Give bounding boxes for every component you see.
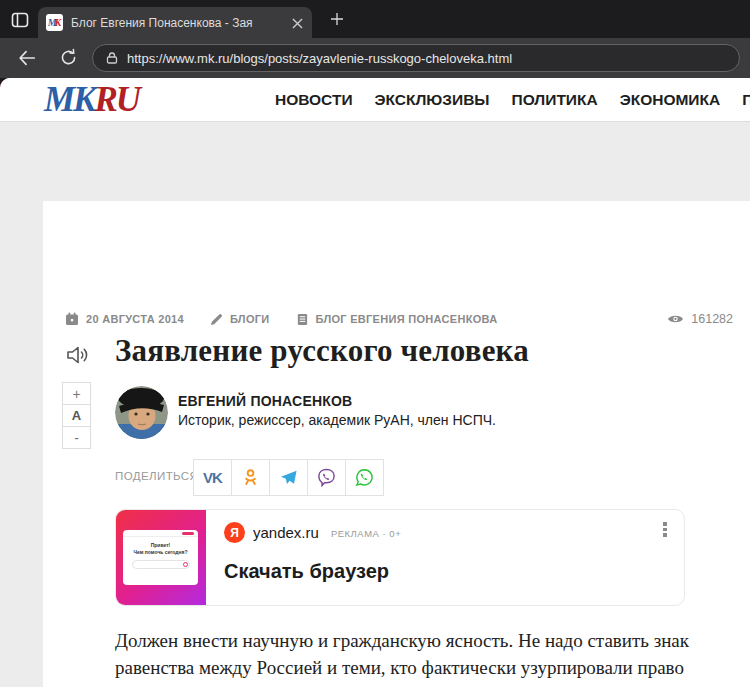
ad-title[interactable]: Скачать браузер bbox=[224, 560, 670, 583]
browser-toolbar: https://www.mk.ru/blogs/posts/zayavlenie… bbox=[0, 38, 750, 78]
tab-actions-icon[interactable] bbox=[10, 10, 30, 30]
mk-favicon-icon: МК bbox=[46, 14, 63, 31]
blog-link[interactable]: БЛОГ ЕВГЕНИЯ ПОНАСЕНКОВА bbox=[316, 313, 498, 325]
font-size-controls: + A - bbox=[62, 383, 91, 449]
address-bar[interactable]: https://www.mk.ru/blogs/posts/zayavlenie… bbox=[92, 44, 740, 72]
article-date: 20 АВГУСТА 2014 bbox=[86, 313, 184, 325]
speaker-icon[interactable] bbox=[65, 343, 91, 369]
eye-icon bbox=[667, 313, 684, 325]
vk-icon: VK bbox=[203, 469, 222, 486]
nav-item-exclusives[interactable]: ЭКСКЛЮЗИВЫ bbox=[375, 91, 490, 109]
author-bio: Историк, режиссер, академик РуАН, член Н… bbox=[178, 412, 496, 428]
ad-site[interactable]: yandex.ru bbox=[253, 524, 319, 541]
web-page: MKRU НОВОСТИ ЭКСКЛЮЗИВЫ ПОЛИТИКА ЭКОНОМИ… bbox=[0, 78, 750, 687]
main-navigation: НОВОСТИ ЭКСКЛЮЗИВЫ ПОЛИТИКА ЭКОНОМИКА П bbox=[275, 78, 750, 122]
font-decrease-button[interactable]: - bbox=[62, 426, 91, 449]
tab-title: Блог Евгения Понасенкова - Зая bbox=[71, 16, 266, 30]
back-icon[interactable] bbox=[16, 47, 38, 69]
share-buttons: VK bbox=[194, 459, 384, 496]
article-meta: 20 АВГУСТА 2014 БЛОГИ БЛОГ ЕВГЕНИЯ ПОНАС… bbox=[65, 312, 497, 326]
tab-close-icon[interactable] bbox=[291, 16, 304, 29]
views-count: 161282 bbox=[691, 312, 733, 326]
ad-image[interactable]: Привет! Чем помочь сегодня? bbox=[116, 510, 206, 605]
url-text[interactable]: https://www.mk.ru/blogs/posts/zayavlenie… bbox=[127, 51, 512, 66]
reload-icon[interactable] bbox=[58, 47, 80, 69]
yandex-ad-card[interactable]: Привет! Чем помочь сегодня? Я yandex.ru … bbox=[115, 509, 685, 606]
site-header: MKRU НОВОСТИ ЭКСКЛЮЗИВЫ ПОЛИТИКА ЭКОНОМИ… bbox=[0, 78, 750, 122]
ad-widget-line1: Привет! bbox=[123, 542, 198, 549]
odnoklassniki-icon bbox=[241, 468, 260, 487]
share-whatsapp-button[interactable] bbox=[345, 459, 384, 496]
nav-item-news[interactable]: НОВОСТИ bbox=[275, 91, 353, 109]
ad-widget-line2: Чем помочь сегодня? bbox=[123, 549, 198, 556]
nav-item-politics[interactable]: ПОЛИТИКА bbox=[512, 91, 598, 109]
share-viber-button[interactable] bbox=[307, 459, 346, 496]
article-card: 20 АВГУСТА 2014 БЛОГИ БЛОГ ЕВГЕНИЯ ПОНАС… bbox=[43, 201, 750, 687]
share-label: ПОДЕЛИТЬСЯ bbox=[115, 470, 198, 482]
share-telegram-button[interactable] bbox=[269, 459, 308, 496]
ad-widget-searchbox bbox=[132, 560, 190, 569]
yandex-icon: Я bbox=[224, 522, 245, 543]
mkru-logo[interactable]: MKRU bbox=[44, 80, 139, 120]
section-link[interactable]: БЛОГИ bbox=[230, 313, 270, 325]
blog-doc-icon bbox=[296, 313, 309, 326]
author-avatar[interactable] bbox=[115, 386, 168, 439]
font-increase-button[interactable]: + bbox=[62, 382, 91, 405]
calendar-icon bbox=[65, 312, 79, 326]
nav-item-economy[interactable]: ЭКОНОМИКА bbox=[620, 91, 721, 109]
ad-browser-preview: Привет! Чем помочь сегодня? bbox=[123, 530, 198, 585]
browser-tab[interactable]: МК Блог Евгения Понасенкова - Зая bbox=[38, 7, 312, 38]
nav-item-cut[interactable]: П bbox=[742, 91, 750, 109]
author-name[interactable]: ЕВГЕНИЙ ПОНАСЕНКОВ bbox=[178, 393, 352, 409]
share-odnoklassniki-button[interactable] bbox=[231, 459, 270, 496]
viber-icon bbox=[317, 468, 336, 487]
lock-icon[interactable] bbox=[105, 51, 119, 65]
tab-title-fade bbox=[264, 7, 288, 38]
font-letter-button[interactable]: A bbox=[62, 404, 91, 427]
share-vk-button[interactable]: VK bbox=[193, 459, 232, 496]
article-body: Должен внести научную и гражданскую ясно… bbox=[115, 627, 695, 687]
ad-menu-kebab-icon[interactable] bbox=[659, 522, 671, 538]
article-title: Заявление русского человека bbox=[115, 333, 715, 369]
views-counter: 161282 bbox=[667, 312, 733, 326]
whatsapp-icon bbox=[355, 468, 374, 487]
telegram-icon bbox=[279, 468, 298, 487]
pencil-icon bbox=[210, 313, 223, 326]
ad-body: Я yandex.ru РЕКЛАМА · 0+ Скачать браузер bbox=[206, 510, 684, 605]
ad-disclaimer: РЕКЛАМА · 0+ bbox=[331, 528, 401, 539]
new-tab-icon[interactable] bbox=[330, 12, 344, 26]
browser-tab-bar: МК Блог Евгения Понасенкова - Зая bbox=[0, 0, 750, 38]
